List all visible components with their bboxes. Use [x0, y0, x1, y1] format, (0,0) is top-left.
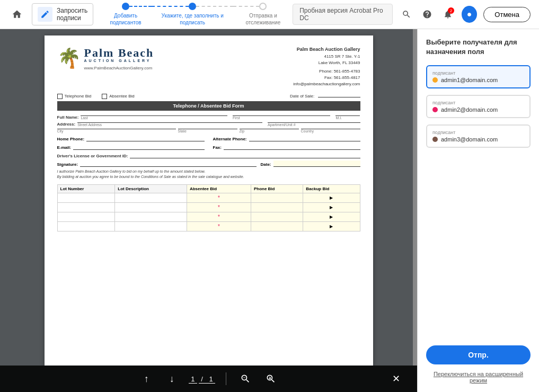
email-label: E-mail: [57, 145, 72, 150]
absentee-bid-cell[interactable]: * [187, 193, 251, 202]
table-row: * ▶ [57, 212, 360, 221]
state-label: State [178, 129, 237, 133]
full-name-row: Full Name: Last First M.I. [57, 115, 360, 120]
checkboxes-row: Telephone Bid Absentee Bid Date of Sale: [57, 94, 360, 99]
fax-field-row: Fax: [213, 144, 360, 150]
switch-mode-link[interactable]: Переключиться на расширенный режим [426, 371, 531, 384]
top-bar-left: Запросить подписи Добавить подписантов [8, 3, 293, 26]
recipient-2-type-label: подписант [432, 100, 524, 105]
date-input[interactable] [273, 161, 360, 167]
absentee-bid-cell[interactable]: * [187, 212, 251, 221]
backup-bid-cell: ▶ [303, 193, 360, 202]
fax-label: Fax: [213, 145, 222, 150]
signature-input[interactable] [80, 161, 256, 167]
address-line2: Lake Worth, FL 33449 [293, 60, 360, 66]
zoom-in-button[interactable] [262, 370, 279, 387]
phone-bid-header: Phone Bid [251, 184, 303, 193]
absentee-bid-label: Absentee Bid [109, 94, 135, 99]
home-phone-field: Home Phone: [57, 135, 205, 141]
email-fax-row: E-mail: Fax: [57, 144, 360, 150]
recipient-3-email: admin3@domain.com [441, 136, 498, 142]
fax-header: Fax: 561-855-4817 [293, 75, 360, 81]
request-sig-icon [38, 7, 52, 22]
notification-count: 2 [448, 7, 454, 14]
auth-text-1: I authorize Palm Beach Auction Gallery t… [57, 169, 360, 175]
acrobat-version-badge: Пробная версия Acrobat Pro DC [293, 4, 393, 25]
signature-label: Signature: [57, 162, 78, 167]
request-sig-label: Запросить подписи [57, 7, 87, 22]
first-label: First [233, 116, 330, 120]
help-button[interactable] [420, 6, 434, 22]
top-bar: Запросить подписи Добавить подписантов [0, 0, 539, 29]
alt-phone-input[interactable] [249, 135, 360, 141]
email-input[interactable] [73, 144, 204, 150]
page-down-button[interactable]: ↓ [163, 370, 180, 387]
recipient-1-dot [432, 77, 438, 83]
street-label: Street Address [77, 123, 262, 127]
phone-bid-cell[interactable] [251, 202, 303, 212]
recipient-card-1[interactable]: подписант admin1@domain.com [426, 65, 531, 88]
home-phone-input[interactable] [86, 135, 204, 141]
address-row: Address: Street Address Apartment/Unit # [57, 122, 360, 127]
mi-label: M.I. [335, 116, 360, 120]
recipient-card-3[interactable]: подписант admin3@domain.com [426, 124, 531, 148]
current-page: 1 [189, 375, 197, 384]
absentee-bid-checkbox[interactable]: Absentee Bid [102, 94, 135, 99]
main-area: 🌴 Palm Beach AUCTION GALLERY www.PalmBea… [0, 29, 539, 392]
lot-desc-cell[interactable] [115, 202, 187, 212]
recipient-1-type-label: подписант [432, 70, 524, 76]
absentee-bid-header: Absentee Bid [187, 184, 251, 193]
pdf-page-header: 🌴 Palm Beach AUCTION GALLERY www.PalmBea… [57, 46, 360, 87]
phone-bid-cell[interactable] [251, 193, 303, 202]
scrollbar[interactable] [413, 29, 417, 366]
phone-bid-cell[interactable] [251, 212, 303, 221]
city-label: City [57, 129, 176, 133]
zoom-out-button[interactable] [237, 370, 254, 387]
absentee-bid-box [102, 94, 107, 99]
phone-bid-cell[interactable] [251, 221, 303, 231]
page-up-button[interactable]: ↑ [138, 370, 155, 387]
recipient-2-row: admin2@domain.com [432, 106, 524, 113]
step-1-label: Добавить подписантов [100, 12, 152, 26]
apt-label: Apartment/Unit # [268, 123, 360, 127]
lot-num-cell[interactable] [57, 221, 115, 231]
lot-desc-cell[interactable] [115, 193, 187, 202]
alt-phone-label: Alternate Phone: [213, 137, 247, 141]
close-pdf-button[interactable]: ✕ [387, 370, 404, 387]
home-button[interactable] [8, 6, 25, 23]
lot-desc-cell[interactable] [115, 221, 187, 231]
lot-num-cell[interactable] [57, 193, 115, 202]
table-row: * ▶ [57, 193, 360, 202]
date-of-sale-label: Date of Sale: [290, 94, 314, 99]
lot-num-cell[interactable] [57, 202, 115, 212]
dl-row: Driver's License or Government ID: [57, 152, 360, 158]
search-button[interactable] [399, 6, 413, 22]
telephone-bid-box [57, 94, 63, 99]
last-label: Last [81, 116, 227, 120]
lot-desc-cell[interactable] [115, 212, 187, 221]
user-avatar[interactable]: ● [462, 6, 477, 23]
telephone-bid-checkbox[interactable]: Telephone Bid [57, 94, 92, 99]
alt-phone-field: Alternate Phone: [213, 135, 360, 141]
step-1: Добавить подписантов [100, 3, 152, 26]
fax-input[interactable] [224, 144, 360, 150]
absentee-bid-cell[interactable]: * [187, 202, 251, 212]
page-indicator: 1 / 1 [189, 375, 215, 383]
send-button[interactable]: Отпр. [426, 345, 531, 364]
request-signatures-button[interactable]: Запросить подписи [32, 3, 93, 25]
right-panel: Выберите получателя для назначения поля … [417, 29, 539, 392]
absentee-bid-cell[interactable]: * [187, 221, 251, 231]
recipient-3-row: admin3@domain.com [432, 136, 524, 142]
backup-bid-cell: ▶ [303, 202, 360, 212]
step-2-label: Укажите, где заполнить и подписать [152, 12, 234, 26]
recipient-card-2[interactable]: подписант admin2@domain.com [426, 95, 531, 118]
cancel-button[interactable]: Отмена [483, 7, 531, 22]
lot-num-cell[interactable] [57, 212, 115, 221]
step-3-label: Отправка и отслеживание [233, 12, 293, 26]
backup-bid-cell: ▶ [303, 212, 360, 221]
table-row: * ▶ [57, 221, 360, 231]
pdf-scroll-area[interactable]: 🌴 Palm Beach AUCTION GALLERY www.PalmBea… [0, 29, 417, 366]
city-state-row: City State Zip Country [57, 129, 360, 133]
dl-input[interactable] [130, 152, 360, 158]
notifications-button[interactable]: 2 [441, 6, 455, 22]
